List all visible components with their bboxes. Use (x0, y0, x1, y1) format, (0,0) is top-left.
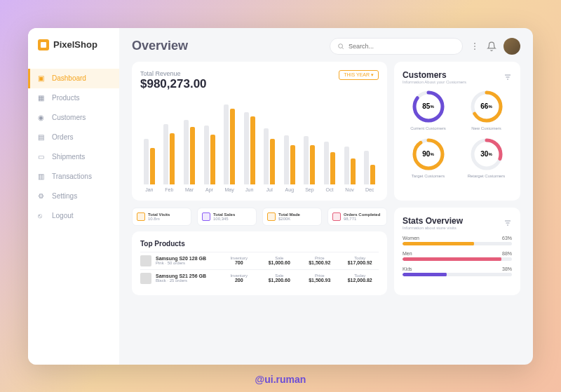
main: Overview Total Revenue $980,273.00 THIS … (119, 28, 533, 365)
sidebar: PixelShop ▣Dashboard▦Products◉Customers▤… (28, 28, 119, 365)
nav-label: Products (52, 94, 79, 102)
filter-icon[interactable] (503, 219, 512, 227)
ring-retarget-customers: 30%Retarget Customers (461, 137, 512, 178)
nav-label: Shipments (52, 153, 85, 161)
kpi-total-sales: Total Sales100,345 (197, 208, 257, 226)
product-image (140, 255, 151, 266)
nav-label: Logout (52, 212, 74, 219)
nav-label: Transactions (52, 173, 92, 180)
nav: ▣Dashboard▦Products◉Customers▤Orders▭Shi… (28, 60, 119, 226)
sidebar-item-products[interactable]: ▦Products (28, 88, 119, 108)
revenue-chart: JanFebMarAprMayJunJulAugSepOctNovDec (140, 100, 379, 192)
credit: @ui.ruman (255, 374, 306, 385)
sidebar-item-orders[interactable]: ▤Orders (28, 128, 119, 147)
stat-kids: Kids38% (403, 266, 512, 276)
stats-title: Stats Overview (403, 216, 463, 226)
ring-new-customers: 66%New Customers (461, 90, 512, 130)
stat-women: Women63% (403, 236, 512, 245)
nav-icon: ◉ (38, 114, 46, 122)
kpi-total-visits: Total Visits10.8m (132, 208, 191, 226)
search-input[interactable] (349, 43, 455, 50)
search-icon (337, 43, 344, 50)
nav-icon: ▥ (38, 173, 46, 181)
lower-left: Total Visits10.8mTotal Sales100,345Total… (132, 208, 387, 295)
sidebar-item-logout[interactable]: ⎋Logout (28, 206, 119, 226)
topbar: Overview (132, 38, 520, 55)
ring-current-customers: 85%Current Customers (403, 90, 454, 130)
svg-point-3 (474, 46, 475, 47)
product-row[interactable]: Samsung S21 256 GBBlack · 25 ordersInven… (140, 269, 379, 287)
chart-bar-Aug: Aug (280, 102, 299, 192)
chart-bar-Dec: Dec (360, 102, 379, 192)
chart-bar-Nov: Nov (341, 102, 359, 192)
chart-bar-Mar: Mar (180, 102, 198, 192)
kpi-orders-completed: Orders Completed98,771 (327, 208, 387, 226)
sidebar-item-shipments[interactable]: ▭Shipments (28, 147, 119, 167)
customers-title: Customers (403, 70, 466, 80)
sidebar-item-dashboard[interactable]: ▣Dashboard (28, 69, 119, 88)
stats-subtitle: Information about store visits (403, 226, 463, 230)
avatar[interactable] (503, 38, 520, 55)
nav-icon: ⚙ (38, 192, 46, 201)
customers-card: Customers Information About your Custome… (394, 62, 520, 201)
period-selector[interactable]: THIS YEAR ▾ (339, 70, 379, 80)
product-image (140, 273, 151, 284)
chart-bar-Feb: Feb (161, 102, 179, 192)
sidebar-item-transactions[interactable]: ▥Transactions (28, 167, 119, 187)
nav-label: Orders (52, 133, 74, 141)
sidebar-item-settings[interactable]: ⚙Settings (28, 187, 119, 206)
more-icon[interactable] (470, 41, 480, 51)
nav-icon: ⎋ (38, 212, 46, 220)
svg-line-1 (342, 48, 344, 49)
revenue-card: Total Revenue $980,273.00 THIS YEAR ▾ Ja… (132, 62, 387, 201)
chart-bar-Sep: Sep (301, 102, 319, 192)
chart-bar-Oct: Oct (320, 102, 339, 192)
chart-bar-Jun: Jun (241, 102, 259, 192)
svg-point-2 (474, 43, 475, 44)
top-products-title: Top Products (140, 240, 379, 248)
filter-icon[interactable] (503, 73, 512, 81)
nav-icon: ▤ (38, 133, 46, 142)
product-row[interactable]: Samsung S20 128 GBPink · 50 ordersInvent… (140, 252, 379, 269)
revenue-label: Total Revenue (140, 70, 207, 77)
nav-label: Dashboard (52, 74, 86, 82)
brand-name: PixelShop (53, 39, 97, 50)
nav-label: Settings (52, 192, 77, 200)
stats-card: Stats Overview Information about store v… (394, 208, 520, 295)
nav-icon: ▦ (38, 94, 46, 102)
brand-logo[interactable]: PixelShop (28, 39, 119, 60)
sidebar-item-customers[interactable]: ◉Customers (28, 108, 119, 128)
kpi-total-made: Total Made$200K (262, 208, 322, 226)
page-title: Overview (132, 39, 188, 53)
top-products-card: Top Products Samsung S20 128 GBPink · 50… (132, 231, 387, 295)
svg-point-4 (474, 48, 475, 50)
logo-icon (38, 39, 49, 50)
bell-icon[interactable] (487, 41, 496, 51)
svg-point-0 (339, 43, 343, 48)
customers-subtitle: Information About your Customers (403, 80, 466, 84)
search-box[interactable] (330, 38, 463, 55)
stat-men: Men88% (403, 251, 512, 261)
revenue-value: $980,273.00 (140, 77, 207, 91)
chart-bar-May: May (220, 102, 238, 192)
nav-label: Customers (52, 114, 86, 121)
ring-target-customers: 90%Target Customers (403, 137, 454, 178)
chart-bar-Apr: Apr (201, 102, 219, 192)
chart-bar-Jan: Jan (140, 102, 158, 192)
nav-icon: ▣ (38, 74, 46, 83)
nav-icon: ▭ (38, 153, 46, 161)
chart-bar-Jul: Jul (260, 102, 278, 192)
